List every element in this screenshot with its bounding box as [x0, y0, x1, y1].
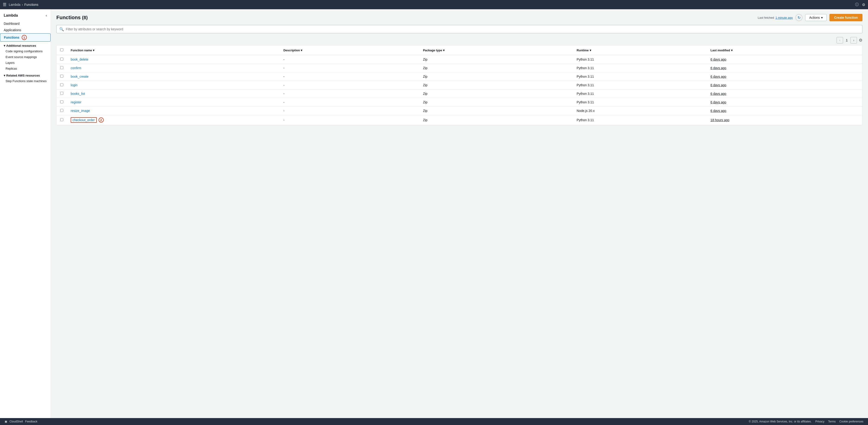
breadcrumb: Lambda › Functions: [9, 3, 38, 6]
top-nav-right: ⓘ ⚙: [855, 2, 865, 7]
sidebar-item-dashboard[interactable]: Dashboard: [0, 20, 51, 27]
sort-icon: ▾: [301, 49, 302, 52]
last-modified-cell: 18 hours ago: [707, 115, 862, 125]
function-name-link[interactable]: book_delete: [71, 58, 88, 61]
col-header-function-name[interactable]: Function name ▾: [67, 46, 280, 55]
runtime-cell: Python 3.11: [573, 73, 707, 81]
pagination-next-button[interactable]: ›: [850, 37, 857, 44]
function-name-link[interactable]: checkout_order: [71, 117, 97, 123]
function-name-link[interactable]: books_list: [71, 92, 85, 95]
last-modified-link[interactable]: 6 days ago: [711, 92, 726, 95]
runtime-cell: Python 3.11: [573, 115, 707, 125]
sort-icon: ▾: [731, 49, 733, 52]
last-fetched-time[interactable]: 1 minute ago: [775, 16, 793, 20]
refresh-button[interactable]: ↻: [796, 14, 802, 21]
row-checkbox[interactable]: [60, 66, 63, 69]
sidebar-collapse-button[interactable]: ‹: [46, 13, 47, 18]
row-checkbox[interactable]: [60, 83, 63, 86]
function-name-link[interactable]: resize_image: [71, 109, 90, 113]
last-modified-link[interactable]: 6 days ago: [711, 66, 726, 70]
table-row: confirm-ZipPython 3.116 days ago: [57, 64, 862, 73]
footer-privacy-link[interactable]: Privacy: [815, 420, 824, 423]
row-checkbox-cell: [57, 115, 67, 125]
description-cell: -: [280, 64, 419, 73]
last-modified-link[interactable]: 6 days ago: [711, 83, 726, 87]
actions-button[interactable]: Actions ▾: [805, 14, 827, 21]
last-modified-cell: 6 days ago: [707, 81, 862, 89]
table-row: books_list-ZipPython 3.116 days ago: [57, 89, 862, 98]
last-modified-link[interactable]: 6 days ago: [711, 109, 726, 113]
runtime-cell: Python 3.11: [573, 81, 707, 89]
description-cell: -: [280, 55, 419, 64]
sidebar-item-event-source[interactable]: Event source mappings: [0, 54, 51, 60]
row-checkbox-cell: [57, 55, 67, 64]
create-function-button[interactable]: Create function: [830, 14, 863, 21]
search-input[interactable]: [66, 27, 860, 31]
function-name-link[interactable]: book_create: [71, 75, 89, 78]
feedback-label[interactable]: Feedback: [25, 420, 37, 423]
row-checkbox[interactable]: [60, 92, 63, 95]
row-checkbox[interactable]: [60, 109, 63, 112]
description-cell: -: [280, 107, 419, 115]
function-name-cell: book_create: [67, 73, 280, 81]
function-name-link[interactable]: register: [71, 101, 82, 104]
package-type-cell: Zip: [419, 107, 573, 115]
last-modified-cell: 6 days ago: [707, 55, 862, 64]
row-checkbox[interactable]: [60, 101, 63, 103]
col-header-runtime[interactable]: Runtime ▾: [573, 46, 707, 55]
sidebar-item-step-functions[interactable]: Step Functions state machines: [0, 78, 51, 84]
table-row: register-ZipPython 3.116 days ago: [57, 98, 862, 107]
row-checkbox[interactable]: [60, 75, 63, 78]
select-all-header: [57, 46, 67, 55]
description-cell: -: [280, 73, 419, 81]
chevron-down-icon: ▾: [4, 44, 5, 48]
gear-icon[interactable]: ⚙: [862, 3, 865, 7]
package-type-cell: Zip: [419, 89, 573, 98]
function-name-link[interactable]: login: [71, 83, 78, 87]
row-checkbox[interactable]: [60, 58, 63, 61]
last-modified-cell: 6 days ago: [707, 98, 862, 107]
hamburger-icon[interactable]: ☰: [3, 2, 6, 7]
sidebar-item-applications[interactable]: Applications: [0, 27, 51, 33]
last-modified-link[interactable]: 6 days ago: [711, 101, 726, 104]
page-title: Functions: [56, 15, 81, 21]
info-icon[interactable]: ⓘ: [855, 2, 859, 7]
function-name-cell: books_list: [67, 89, 280, 98]
sort-icon: ▾: [93, 49, 94, 52]
description-cell: -: [280, 89, 419, 98]
runtime-cell: Python 3.11: [573, 89, 707, 98]
pagination-current-page: 1: [845, 38, 848, 42]
last-modified-link[interactable]: 6 days ago: [711, 75, 726, 78]
chevron-down-icon: ▾: [821, 16, 823, 20]
last-modified-link[interactable]: 18 hours ago: [711, 118, 730, 122]
footer-terms-link[interactable]: Terms: [828, 420, 836, 423]
row-checkbox[interactable]: [60, 118, 63, 121]
runtime-cell: Python 3.11: [573, 98, 707, 107]
runtime-cell: Node.js 20.x: [573, 107, 707, 115]
col-header-last-modified[interactable]: Last modified ▾: [707, 46, 862, 55]
cloudshell-section[interactable]: ▣ CloudShell Feedback: [5, 420, 37, 423]
table-settings-button[interactable]: ⚙: [859, 38, 863, 43]
footer-cookie-link[interactable]: Cookie preferences: [839, 420, 863, 423]
col-header-package-type[interactable]: Package type ▾: [419, 46, 573, 55]
sidebar-item-replicas[interactable]: Replicas: [0, 66, 51, 72]
breadcrumb-current: Functions: [24, 3, 38, 6]
page-header-actions: Last fetched 1 minute ago ↻ Actions ▾ Cr…: [757, 14, 863, 21]
sidebar-item-layers[interactable]: Layers: [0, 60, 51, 66]
sidebar-item-functions[interactable]: Functions 1: [0, 33, 51, 41]
pagination-prev-button[interactable]: ‹: [837, 37, 843, 44]
row-checkbox-cell: [57, 81, 67, 89]
breadcrumb-lambda-link[interactable]: Lambda: [9, 3, 21, 6]
cloudshell-label: CloudShell: [9, 420, 23, 423]
sidebar-item-code-signing[interactable]: Code signing configurations: [0, 48, 51, 54]
search-icon: 🔍: [59, 27, 64, 31]
select-all-checkbox[interactable]: [60, 48, 63, 51]
chevron-down-icon: ▾: [4, 74, 5, 77]
functions-table: Function name ▾ Description ▾: [56, 45, 863, 125]
col-header-description[interactable]: Description ▾: [280, 46, 419, 55]
function-name-link[interactable]: confirm: [71, 66, 81, 70]
function-name-cell: checkout_order2: [67, 115, 280, 125]
breadcrumb-separator: ›: [22, 3, 23, 6]
last-modified-link[interactable]: 6 days ago: [711, 58, 726, 61]
sort-icon: ▾: [443, 49, 445, 52]
